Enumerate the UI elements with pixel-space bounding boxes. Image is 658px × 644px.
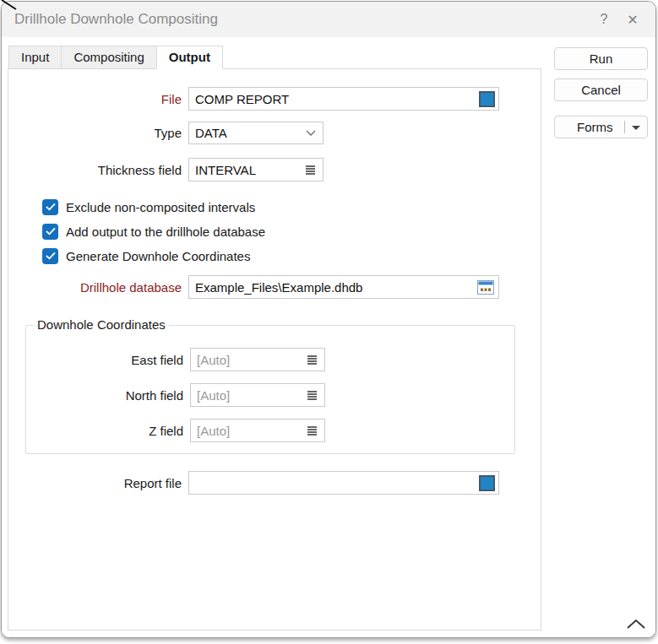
east-field-input[interactable]	[191, 353, 307, 367]
thickness-label: Thickness field	[8, 163, 188, 177]
checkbox-label: Exclude non-composited intervals	[66, 200, 255, 214]
window-title: Drillhole Downhole Compositing	[14, 11, 590, 28]
type-dropdown[interactable]: DATA	[188, 122, 324, 144]
thickness-row: Thickness field	[8, 158, 541, 181]
tab-output[interactable]: Output	[156, 46, 223, 69]
file-label: File	[8, 92, 188, 106]
checkbox-checked-icon[interactable]	[42, 224, 58, 240]
browse-file-icon[interactable]	[477, 280, 494, 295]
drillhole-database-field	[188, 275, 499, 299]
z-field-label: Z field	[26, 424, 190, 438]
report-file-picker-button[interactable]	[479, 475, 495, 491]
checkbox-checked-icon[interactable]	[42, 248, 58, 264]
type-selected-value: DATA	[189, 126, 306, 140]
title-bar: Drillhole Downhole Compositing ? ✕	[2, 2, 655, 37]
forms-split-separator	[624, 121, 625, 133]
forms-dropdown-caret-icon[interactable]	[632, 126, 640, 130]
chevron-down-icon	[306, 130, 316, 137]
north-field-input[interactable]	[191, 388, 307, 403]
dialog-drillhole-downhole-compositing: Drillhole Downhole Compositing ? ✕ Input…	[1, 1, 656, 638]
tab-input[interactable]: Input	[8, 46, 62, 69]
checkbox-checked-icon[interactable]	[42, 199, 58, 215]
thickness-field	[188, 158, 324, 181]
z-field	[190, 419, 325, 442]
type-row: Type DATA	[8, 122, 541, 144]
tab-bar: Input Compositing Output	[8, 46, 222, 69]
forms-button[interactable]: Forms	[554, 116, 648, 138]
checkbox-row-add-output[interactable]: Add output to the drillhole database	[42, 223, 541, 240]
file-input[interactable]	[189, 92, 479, 106]
report-file-label: Report file	[8, 476, 188, 490]
field-list-icon[interactable]	[307, 425, 318, 436]
file-field	[188, 87, 499, 111]
tab-compositing[interactable]: Compositing	[61, 46, 156, 69]
field-list-icon[interactable]	[307, 354, 318, 365]
type-label: Type	[8, 126, 188, 140]
z-field-input[interactable]	[191, 424, 307, 438]
checkbox-label: Generate Downhole Coordinates	[66, 249, 250, 263]
file-row: File	[8, 87, 541, 111]
field-list-icon[interactable]	[307, 390, 318, 401]
north-field	[190, 383, 325, 407]
report-file-field	[188, 471, 499, 495]
close-button[interactable]: ✕	[618, 7, 647, 32]
z-field-row: Z field	[26, 419, 514, 442]
file-picker-button[interactable]	[479, 91, 495, 107]
run-button[interactable]: Run	[554, 47, 648, 70]
thickness-input[interactable]	[189, 163, 305, 177]
checkbox-row-exclude[interactable]: Exclude non-composited intervals	[42, 198, 541, 215]
report-file-input[interactable]	[189, 476, 479, 490]
forms-button-label: Forms	[577, 120, 613, 134]
east-field	[190, 348, 325, 371]
checkbox-label: Add output to the drillhole database	[66, 225, 265, 239]
drillhole-database-label: Drillhole database	[8, 280, 188, 295]
output-tab-panel: File Type DATA Thickness field	[8, 68, 541, 630]
north-field-row: North field	[26, 383, 514, 407]
dialog-body: Input Compositing Output File Type DATA	[2, 37, 655, 638]
help-button[interactable]: ?	[590, 7, 618, 32]
drillhole-database-input[interactable]	[189, 280, 477, 295]
east-field-label: East field	[26, 353, 190, 367]
cancel-button[interactable]: Cancel	[554, 78, 648, 101]
east-field-row: East field	[26, 348, 514, 371]
group-title: Downhole Coordinates	[34, 317, 169, 332]
field-list-icon[interactable]	[305, 165, 316, 176]
north-field-label: North field	[26, 388, 190, 403]
collapse-chevron-up-icon[interactable]	[625, 616, 647, 631]
drillhole-database-row: Drillhole database	[8, 275, 541, 299]
downhole-coordinates-group: Downhole Coordinates East field North fi…	[25, 325, 515, 454]
checkbox-row-generate-coords[interactable]: Generate Downhole Coordinates	[42, 247, 541, 264]
report-file-row: Report file	[8, 471, 541, 495]
mouse-cursor-artifact	[0, 0, 19, 14]
